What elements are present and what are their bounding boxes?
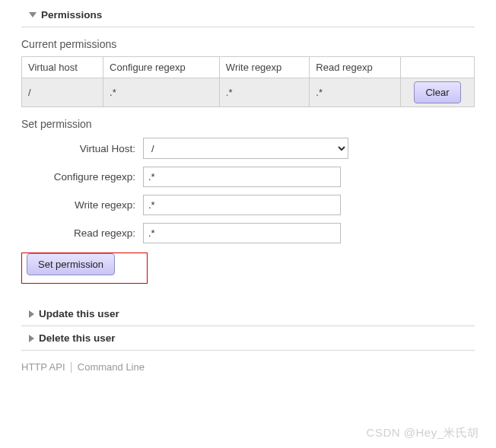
command-line-link[interactable]: Command Line — [78, 361, 145, 373]
footer-links: HTTP API Command Line — [21, 361, 475, 373]
table-header-row: Virtual host Configure regexp Write rege… — [22, 57, 475, 78]
read-regexp-label: Read regexp: — [21, 227, 143, 239]
col-write-regexp: Write regexp — [219, 57, 309, 78]
cell-configure-regexp: .* — [103, 78, 220, 107]
virtual-host-select[interactable]: / — [143, 138, 348, 159]
cell-virtual-host: / — [22, 78, 103, 107]
write-regexp-label: Write regexp: — [21, 199, 143, 211]
update-user-section-header[interactable]: Update this user — [21, 302, 475, 326]
col-read-regexp: Read regexp — [310, 57, 401, 78]
set-permission-highlight: Set permission — [21, 253, 148, 284]
update-user-title: Update this user — [39, 308, 119, 319]
clear-button[interactable]: Clear — [414, 81, 460, 103]
col-actions — [400, 57, 474, 78]
delete-user-section-header[interactable]: Delete this user — [21, 326, 475, 351]
permissions-section-header[interactable]: Permissions — [21, 3, 475, 27]
table-row: / .* .* .* Clear — [22, 78, 475, 107]
cell-write-regexp: .* — [219, 78, 309, 107]
permissions-table: Virtual host Configure regexp Write rege… — [21, 56, 475, 107]
chevron-right-icon — [29, 335, 34, 342]
cell-read-regexp: .* — [310, 78, 401, 107]
col-configure-regexp: Configure regexp — [103, 57, 220, 78]
chevron-right-icon — [29, 310, 34, 318]
virtual-host-label: Virtual Host: — [21, 143, 143, 154]
set-permission-heading: Set permission — [21, 118, 475, 130]
configure-regexp-input[interactable] — [143, 167, 341, 187]
delete-user-title: Delete this user — [39, 332, 116, 344]
set-permission-button[interactable]: Set permission — [27, 253, 115, 275]
chevron-down-icon — [29, 12, 37, 17]
write-regexp-input[interactable] — [143, 195, 341, 215]
col-virtual-host: Virtual host — [22, 57, 103, 78]
current-permissions-heading: Current permissions — [21, 38, 475, 50]
footer-separator — [71, 362, 72, 373]
http-api-link[interactable]: HTTP API — [21, 361, 65, 373]
permissions-section-title: Permissions — [41, 9, 102, 21]
read-regexp-input[interactable] — [143, 223, 341, 243]
configure-regexp-label: Configure regexp: — [21, 171, 143, 183]
